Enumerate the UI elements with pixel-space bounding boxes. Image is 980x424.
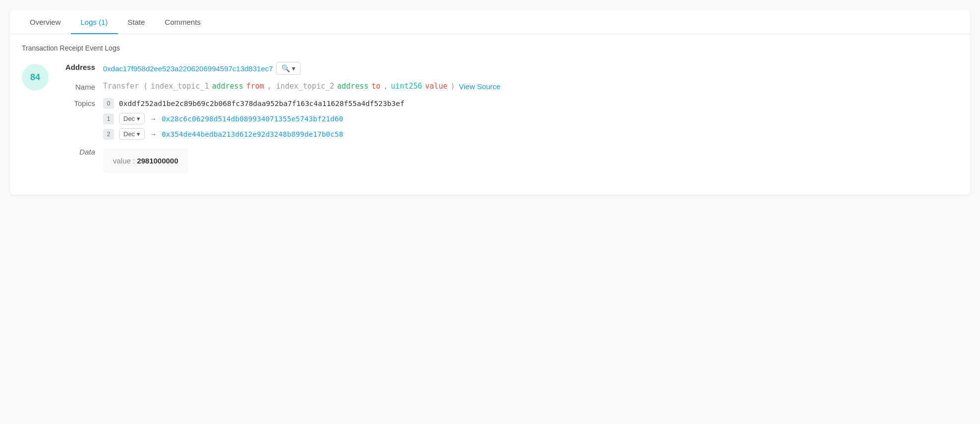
tab-comments[interactable]: Comments bbox=[155, 10, 211, 34]
search-dropdown-arrow: ▾ bbox=[292, 64, 295, 72]
tab-bar: Overview Logs (1) State Comments bbox=[10, 10, 970, 34]
tab-logs[interactable]: Logs (1) bbox=[71, 10, 118, 34]
view-source-link[interactable]: View Source bbox=[459, 82, 500, 91]
topic-1-dec-label: Dec bbox=[123, 115, 135, 122]
address-label: Address bbox=[58, 62, 103, 71]
topic-index-0: 0 bbox=[103, 98, 114, 109]
name-topic1: index_topic_1 bbox=[151, 82, 209, 91]
data-row: Data value : 2981000000 bbox=[58, 147, 958, 173]
log-entry: 84 Address 0xdac17f958d2ee523a2206206994… bbox=[22, 62, 958, 180]
name-close-paren: ) bbox=[450, 82, 455, 91]
topic-2-dec-label: Dec bbox=[123, 130, 135, 138]
topics-label: Topics bbox=[58, 98, 103, 107]
name-label: Name bbox=[58, 82, 103, 91]
topic-2-dec-arrow: ▾ bbox=[137, 130, 140, 138]
address-row: Address 0xdac17f958d2ee523a2206206994597… bbox=[58, 62, 958, 75]
topic-2-link[interactable]: 0x354de44bedba213d612e92d3248b899de17b0c… bbox=[162, 130, 343, 138]
search-dropdown-button[interactable]: 🔍 ▾ bbox=[276, 62, 301, 75]
name-address-from: address bbox=[212, 82, 243, 91]
topic-row-0: 0 0xddf252ad1be2c89b69c2b068fc378daa952b… bbox=[103, 98, 404, 109]
data-box: value : 2981000000 bbox=[103, 149, 188, 173]
address-link[interactable]: 0xdac17f958d2ee523a2206206994597c13d831e… bbox=[103, 64, 273, 73]
name-address-to: address bbox=[337, 82, 369, 91]
name-comma1: , index_topic_2 bbox=[267, 82, 334, 91]
topic-1-arrow: → bbox=[150, 115, 157, 123]
section-title: Transaction Receipt Event Logs bbox=[22, 44, 958, 52]
name-uint256: uint256 bbox=[391, 82, 422, 91]
topic-index-2: 2 bbox=[103, 129, 114, 140]
data-value-container: value : 2981000000 bbox=[103, 147, 958, 173]
log-details: Address 0xdac17f958d2ee523a2206206994597… bbox=[58, 62, 958, 180]
name-value-keyword: value bbox=[425, 82, 447, 91]
topic-1-dec-arrow: ▾ bbox=[137, 115, 140, 122]
content-area: Transaction Receipt Event Logs 84 Addres… bbox=[10, 34, 970, 195]
name-to-keyword: to bbox=[372, 82, 381, 91]
name-from-keyword: from bbox=[246, 82, 264, 91]
log-number: 84 bbox=[22, 64, 49, 91]
topic-2-dec-dropdown[interactable]: Dec ▾ bbox=[119, 128, 145, 140]
address-value: 0xdac17f958d2ee523a2206206994597c13d831e… bbox=[103, 62, 958, 75]
topic-row-1: 1 Dec ▾ → 0x28c6c06298d514db089934071355… bbox=[103, 113, 404, 124]
tab-overview[interactable]: Overview bbox=[20, 10, 71, 34]
topic-1-link[interactable]: 0x28c6c06298d514db089934071355e5743bf21d… bbox=[162, 115, 343, 123]
name-row: Name Transfer (index_topic_1 address fro… bbox=[58, 82, 958, 91]
topics-list: 0 0xddf252ad1be2c89b69c2b068fc378daa952b… bbox=[103, 98, 404, 140]
topic-index-1: 1 bbox=[103, 113, 114, 124]
topics-value: 0 0xddf252ad1be2c89b69c2b068fc378daa952b… bbox=[103, 98, 958, 140]
topic-hash-0: 0xddf252ad1be2c89b69c2b068fc378daa952ba7… bbox=[119, 100, 404, 107]
search-icon: 🔍 bbox=[281, 64, 290, 72]
data-label: Data bbox=[58, 147, 103, 156]
topic-2-arrow: → bbox=[150, 130, 157, 138]
name-prefix: Transfer ( bbox=[103, 82, 148, 91]
name-comma2: , bbox=[383, 82, 388, 91]
topic-1-dec-dropdown[interactable]: Dec ▾ bbox=[119, 113, 145, 124]
topics-row: Topics 0 0xddf252ad1be2c89b69c2b068fc378… bbox=[58, 98, 958, 140]
topic-row-2: 2 Dec ▾ → 0x354de44bedba213d612e92d3248b… bbox=[103, 128, 404, 140]
name-value: Transfer (index_topic_1 address from, in… bbox=[103, 82, 958, 91]
tab-state[interactable]: State bbox=[118, 10, 155, 34]
main-container: Overview Logs (1) State Comments Transac… bbox=[10, 10, 970, 195]
data-key: value bbox=[113, 157, 131, 165]
data-number: 2981000000 bbox=[137, 157, 178, 165]
